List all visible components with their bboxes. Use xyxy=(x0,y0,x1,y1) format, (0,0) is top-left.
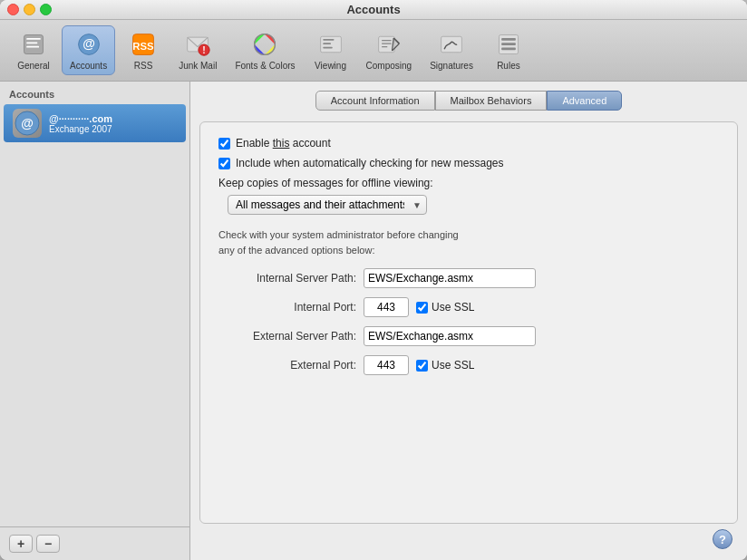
toolbar-accounts-label: Accounts xyxy=(70,61,107,71)
svg-point-12 xyxy=(255,34,276,55)
toolbar-fonts-colors[interactable]: Fonts & Colors xyxy=(228,26,302,74)
dropdown-row: All messages and their attachments All m… xyxy=(218,195,719,215)
sidebar-list: @ @···········.com Exchange 2007 xyxy=(0,103,189,526)
internal-server-path-input[interactable] xyxy=(364,268,536,288)
minimize-button[interactable] xyxy=(24,4,35,15)
window-controls xyxy=(7,4,52,15)
svg-text:@: @ xyxy=(82,36,95,51)
rss-icon: RSS xyxy=(129,30,158,59)
fonts-colors-icon xyxy=(250,30,279,59)
svg-rect-16 xyxy=(323,47,333,49)
sidebar-title: Accounts xyxy=(0,82,189,103)
internal-port-input[interactable] xyxy=(364,297,409,317)
external-server-path-input[interactable] xyxy=(364,326,536,346)
add-account-button[interactable]: + xyxy=(9,535,33,553)
viewing-icon xyxy=(316,30,345,59)
help-button[interactable]: ? xyxy=(713,529,732,549)
svg-rect-0 xyxy=(24,35,44,54)
include-checking-row: Include when automatically checking for … xyxy=(218,157,719,169)
toolbar-composing[interactable]: Composing xyxy=(359,26,420,74)
internal-ssl-row: Use SSL xyxy=(416,301,474,314)
toolbar-accounts[interactable]: @ Accounts xyxy=(62,25,115,75)
content-panel: Account Information Mailbox Behaviors Ad… xyxy=(190,82,747,560)
composing-icon xyxy=(374,30,403,59)
advisory-text: Check with your system administrator bef… xyxy=(218,227,719,257)
rules-icon xyxy=(494,30,523,59)
external-ssl-row: Use SSL xyxy=(416,359,474,372)
enable-account-row: Enable this account xyxy=(218,137,719,150)
maximize-button[interactable] xyxy=(40,4,52,15)
internal-port-label: Internal Port: xyxy=(218,301,364,314)
svg-rect-28 xyxy=(501,48,516,51)
svg-rect-26 xyxy=(501,38,516,41)
svg-text:RSS: RSS xyxy=(132,41,154,52)
sidebar: Accounts @ @···········.com Exchange 200… xyxy=(0,82,190,560)
toolbar-composing-label: Composing xyxy=(366,61,412,71)
external-ssl-label: Use SSL xyxy=(432,359,474,372)
toolbar-general-label: General xyxy=(17,61,50,71)
svg-text:!: ! xyxy=(203,44,207,55)
svg-rect-15 xyxy=(323,43,331,44)
include-checking-checkbox[interactable] xyxy=(218,158,230,169)
internal-ssl-checkbox[interactable] xyxy=(416,302,428,314)
main-window: Accounts General @ Accounts xyxy=(0,0,747,560)
account-text: @···········.com Exchange 2007 xyxy=(49,113,112,134)
main-area: Accounts @ @···········.com Exchange 200… xyxy=(0,82,747,560)
window-title: Accounts xyxy=(346,3,400,16)
external-port-label: External Port: xyxy=(218,359,364,372)
sidebar-account-item[interactable]: @ @···········.com Exchange 2007 xyxy=(4,104,186,142)
internal-server-path-row: Internal Server Path: xyxy=(218,268,719,288)
general-icon xyxy=(19,30,48,59)
sidebar-footer: + − xyxy=(0,526,189,560)
svg-rect-14 xyxy=(323,39,334,41)
enable-account-label: Enable this account xyxy=(236,137,331,150)
form-area: Enable this account Include when automat… xyxy=(199,121,738,524)
account-type: Exchange 2007 xyxy=(49,124,112,134)
svg-rect-2 xyxy=(26,42,37,43)
toolbar-fonts-colors-label: Fonts & Colors xyxy=(235,61,295,71)
account-icon: @ xyxy=(13,109,42,138)
external-server-path-label: External Server Path: xyxy=(218,330,364,343)
internal-ssl-label: Use SSL xyxy=(432,301,474,314)
titlebar: Accounts xyxy=(0,0,747,20)
svg-rect-1 xyxy=(26,38,41,40)
accounts-icon: @ xyxy=(74,30,103,59)
account-email: @···········.com xyxy=(49,113,112,124)
toolbar-signatures-label: Signatures xyxy=(430,61,473,71)
toolbar-signatures[interactable]: Signatures xyxy=(422,26,480,74)
external-port-input[interactable] xyxy=(364,355,409,375)
tab-mailbox-behaviors[interactable]: Mailbox Behaviors xyxy=(435,91,548,111)
offline-messages-select[interactable]: All messages and their attachments All m… xyxy=(228,195,427,215)
toolbar-junk-mail-label: Junk Mail xyxy=(179,61,217,71)
toolbar-junk-mail[interactable]: ! Junk Mail xyxy=(171,26,224,74)
external-server-path-row: External Server Path: xyxy=(218,326,719,346)
toolbar-rss-label: RSS xyxy=(134,61,153,71)
svg-rect-24 xyxy=(441,36,462,53)
close-button[interactable] xyxy=(7,4,19,15)
tab-advanced[interactable]: Advanced xyxy=(547,91,622,111)
svg-rect-27 xyxy=(501,43,516,45)
junk-mail-icon: ! xyxy=(183,30,212,59)
toolbar-rules[interactable]: Rules xyxy=(484,26,533,74)
tab-bar: Account Information Mailbox Behaviors Ad… xyxy=(199,91,738,111)
toolbar-rss[interactable]: RSS RSS xyxy=(119,26,168,74)
enable-account-checkbox[interactable] xyxy=(218,138,230,150)
help-area: ? xyxy=(199,524,738,551)
toolbar: General @ Accounts RSS RSS xyxy=(0,20,747,82)
toolbar-general[interactable]: General xyxy=(9,26,58,74)
include-checking-label: Include when automatically checking for … xyxy=(236,157,504,169)
tab-account-information[interactable]: Account Information xyxy=(315,91,435,111)
internal-port-row: Internal Port: Use SSL xyxy=(218,297,719,317)
dropdown-wrapper: All messages and their attachments All m… xyxy=(228,195,427,215)
toolbar-viewing[interactable]: Viewing xyxy=(306,26,355,74)
internal-server-path-label: Internal Server Path: xyxy=(218,272,364,285)
signatures-icon xyxy=(437,30,466,59)
remove-account-button[interactable]: − xyxy=(36,535,60,553)
svg-text:@: @ xyxy=(21,116,34,130)
toolbar-rules-label: Rules xyxy=(497,61,520,71)
toolbar-viewing-label: Viewing xyxy=(315,61,346,71)
keep-copies-label: Keep copies of messages for offline view… xyxy=(218,177,719,189)
external-ssl-checkbox[interactable] xyxy=(416,360,428,372)
svg-rect-3 xyxy=(26,46,39,48)
external-port-row: External Port: Use SSL xyxy=(218,355,719,375)
